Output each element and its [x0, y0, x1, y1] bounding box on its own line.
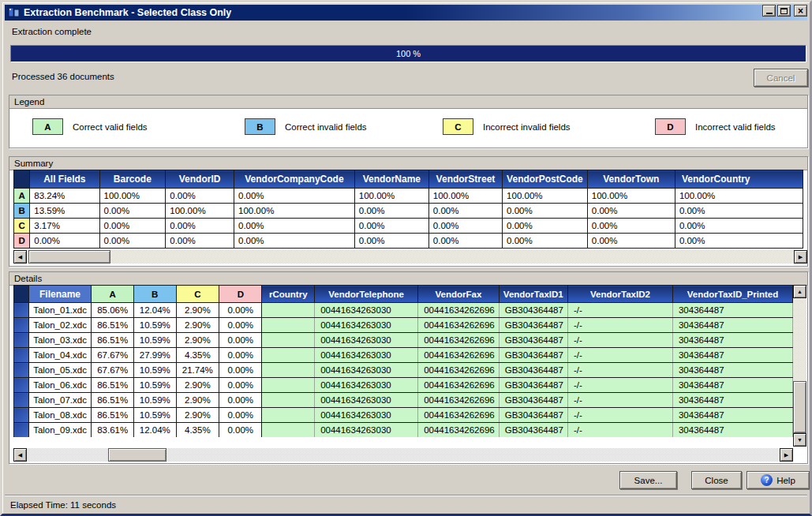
details-fax-cell: 00441634262696 [418, 423, 500, 438]
details-row[interactable]: Talon_03.xdc86.51%10.59%2.90%0.00%004416… [14, 333, 793, 348]
details-vscroll-up-arrow-icon[interactable]: ▲ [793, 285, 806, 298]
help-button[interactable]: ? Help [747, 471, 810, 489]
details-corner-cell [14, 286, 29, 303]
details-taxid1-cell: GB304364487 [499, 423, 567, 438]
summary-hscroll-left-arrow-icon[interactable]: ◀ [13, 250, 27, 264]
details-taxid_printed-cell: 304364487 [672, 378, 792, 393]
summary-row-label-c: C [14, 219, 30, 234]
cancel-button[interactable]: Cancel [754, 69, 808, 87]
row-selector-cell[interactable] [14, 303, 29, 318]
summary-row-b: B13.59%0.00%100.00%100.00%0.00%0.00%0.00… [14, 204, 803, 219]
summary-cell: 0.00% [587, 219, 675, 234]
save-button[interactable]: Save... [619, 471, 677, 489]
details-row[interactable]: Talon_04.xdc67.67%27.99%4.35%0.00%004416… [14, 348, 793, 363]
summary-table: All FieldsBarcodeVendorIDVendorCompanyCo… [13, 170, 803, 249]
summary-cell: 0.00% [99, 204, 166, 219]
details-vscroll-down-arrow-icon[interactable]: ▼ [793, 433, 806, 447]
details-taxid2-cell: -/- [567, 423, 672, 438]
details-telephone-cell: 00441634263030 [315, 333, 418, 348]
summary-col-header: Barcode [99, 170, 166, 189]
details-d-cell: 0.00% [219, 408, 262, 423]
titlebar[interactable]: Extraction Benchmark - Selected Class On… [5, 5, 807, 21]
details-taxid_printed-cell: 304364487 [672, 348, 792, 363]
row-selector-cell[interactable] [14, 423, 29, 438]
details-hscrollbar[interactable]: ◀ ▶ [13, 448, 793, 462]
summary-cell: 83.24% [30, 189, 99, 204]
legend-label-b: Correct invalid fields [285, 122, 367, 132]
details-col-header: rCountry [262, 286, 315, 303]
legend-label-a: Correct valid fields [73, 122, 148, 132]
progress-bar: 100 % [10, 45, 806, 62]
legend-item-b: BCorrect invalid fields [245, 118, 367, 135]
legend-item-a: ACorrect valid fields [32, 118, 148, 135]
details-d-cell: 0.00% [219, 303, 262, 318]
details-taxid1-cell: GB304364487 [499, 333, 567, 348]
details-col-header: C [176, 286, 219, 303]
summary-cell: 0.00% [30, 234, 99, 249]
summary-cell: 0.00% [234, 234, 354, 249]
details-hscroll-thumb[interactable] [108, 448, 167, 462]
row-selector-cell[interactable] [14, 378, 29, 393]
details-hscroll-right-arrow-icon[interactable]: ▶ [780, 448, 793, 462]
summary-col-header: VendorStreet [428, 170, 502, 189]
details-b-cell: 10.59% [133, 393, 176, 408]
maximize-icon [780, 8, 788, 14]
details-fax-cell: 00441634262696 [418, 363, 500, 378]
details-row[interactable]: Talon_08.xdc86.51%10.59%2.90%0.00%004416… [14, 408, 793, 423]
row-selector-cell[interactable] [14, 408, 29, 423]
details-c-cell: 2.90% [176, 408, 219, 423]
legend-swatch-b: B [245, 118, 275, 135]
close-icon: × [798, 6, 803, 16]
summary-cell: 0.00% [503, 204, 588, 219]
details-a-cell: 86.51% [92, 378, 134, 393]
details-taxid1-cell: GB304364487 [499, 378, 567, 393]
details-taxid_printed-cell: 304364487 [672, 318, 792, 333]
details-row[interactable]: Talon_07.xdc86.51%10.59%2.90%0.00%004416… [14, 393, 793, 408]
details-row[interactable]: Talon_05.xdc67.67%10.59%21.74%0.00%00441… [14, 363, 793, 378]
details-a-cell: 67.67% [92, 348, 134, 363]
row-selector-cell[interactable] [14, 318, 29, 333]
row-selector-cell[interactable] [14, 393, 29, 408]
close-dialog-button[interactable]: Close [691, 471, 742, 489]
details-row[interactable]: Talon_01.xdc85.06%12.04%2.90%0.00%004416… [14, 303, 793, 318]
details-taxid2-cell: -/- [567, 348, 672, 363]
details-d-cell: 0.00% [219, 423, 262, 438]
summary-cell: 0.00% [166, 189, 234, 204]
details-taxid_printed-cell: 304364487 [672, 333, 792, 348]
legend-swatch-c: C [443, 118, 473, 135]
details-taxid1-cell: GB304364487 [499, 393, 567, 408]
details-b-cell: 10.59% [133, 408, 176, 423]
summary-cell: 0.00% [675, 204, 803, 219]
details-taxid2-cell: -/- [567, 378, 672, 393]
details-col-header: Filename [28, 286, 92, 303]
summary-cell: 0.00% [354, 234, 428, 249]
details-vscroll-thumb[interactable] [793, 381, 806, 433]
minimize-button[interactable] [762, 5, 776, 17]
summary-hscrollbar[interactable]: ◀ ▶ [13, 250, 807, 264]
details-col-header: A [92, 286, 134, 303]
details-row[interactable]: Talon_09.xdc83.61%12.04%4.35%0.00%004416… [14, 423, 793, 438]
details-vscrollbar[interactable]: ▲ ▼ [793, 285, 806, 447]
row-selector-cell[interactable] [14, 363, 29, 378]
details-b-cell: 12.04% [133, 423, 176, 438]
summary-hscroll-thumb[interactable] [28, 250, 110, 264]
legend-label-c: Incorrect invalid fields [483, 122, 571, 132]
details-taxid1-cell: GB304364487 [499, 348, 567, 363]
maximize-button[interactable] [777, 5, 791, 17]
summary-row-c: C3.17%0.00%0.00%0.00%0.00%0.00%0.00%0.00… [14, 219, 803, 234]
legend-swatch-a: A [32, 118, 63, 135]
details-hscroll-left-arrow-icon[interactable]: ◀ [13, 448, 27, 462]
app-icon [8, 7, 21, 18]
save-button-label: Save... [634, 476, 663, 485]
details-row[interactable]: Talon_02.xdc86.51%10.59%2.90%0.00%004416… [14, 318, 793, 333]
summary-col-header: VendorCountry [675, 170, 803, 189]
summary-hscroll-right-arrow-icon[interactable]: ▶ [794, 250, 807, 264]
summary-col-header: VendorTown [587, 170, 675, 189]
details-row[interactable]: Talon_06.xdc86.51%10.59%2.90%0.00%004416… [14, 378, 793, 393]
close-button[interactable]: × [794, 5, 807, 17]
details-b-cell: 10.59% [133, 333, 176, 348]
summary-cell: 0.00% [99, 219, 166, 234]
row-selector-cell[interactable] [14, 333, 29, 348]
summary-cell: 0.00% [503, 219, 588, 234]
row-selector-cell[interactable] [14, 348, 29, 363]
